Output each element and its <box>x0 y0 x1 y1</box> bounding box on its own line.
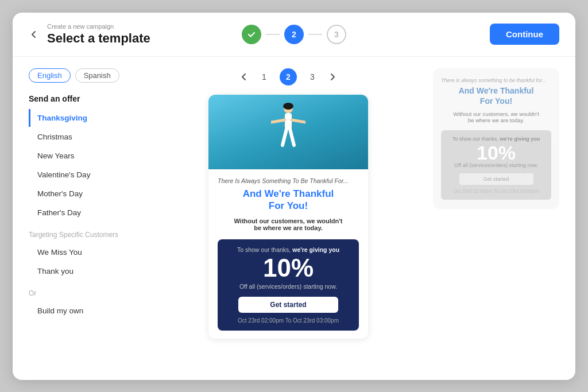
offer-get-started-button[interactable]: Get started <box>238 297 338 313</box>
preview-date: Oct 23rd 02:00pm To Oct 23rd 03:00pm <box>447 188 546 194</box>
preview-offer-block: To show our thanks, we're giving you 10%… <box>441 130 551 200</box>
nav-item-thanksgiving[interactable]: Thanksgiving <box>29 109 144 127</box>
step-1 <box>242 25 261 44</box>
offer-intro: To show our thanks, we're giving you <box>226 246 351 253</box>
preview-offer-bold: we're giving you <box>500 136 540 142</box>
nav-item-mothers[interactable]: Mother's Day <box>29 185 144 203</box>
template-headline: And We're ThankfulFor You! <box>218 188 359 212</box>
svg-line-6 <box>290 129 294 145</box>
lang-tab-spanish[interactable]: Spanish <box>75 68 119 83</box>
template-subtitle: There Is Always Something To Be Thankful… <box>218 177 359 184</box>
step-connector-2 <box>308 34 322 35</box>
nav-item-christmas[interactable]: Christmas <box>29 128 144 146</box>
offer-block: To show our thanks, we're giving you 10%… <box>218 239 359 331</box>
lang-tab-english[interactable]: English <box>29 68 71 83</box>
offer-desc: Off all (services/orders) starting now. <box>226 283 351 290</box>
step-2: 2 <box>284 25 304 44</box>
preview-percent: 10% <box>447 143 546 162</box>
svg-rect-2 <box>285 113 292 129</box>
center-content: 1 2 3 <box>155 68 421 368</box>
step-3: 3 <box>327 25 346 44</box>
or-label: Or <box>29 289 144 297</box>
back-button[interactable] <box>29 29 39 40</box>
preview-desc: Without our customers, we wouldn'tbe whe… <box>441 111 551 123</box>
pagination: 1 2 3 <box>239 68 337 86</box>
next-page-button[interactable] <box>328 72 337 81</box>
preview-offer-desc: Off all (services/orders) starting now. <box>447 162 546 168</box>
offer-percent: 10% <box>226 255 351 281</box>
nav-item-build-my-own[interactable]: Build my own <box>29 302 144 320</box>
offer-intro-bold: we're giving you <box>292 246 339 253</box>
template-card[interactable]: There Is Always Something To Be Thankful… <box>208 95 368 339</box>
preview-get-started-button: Get started <box>459 173 533 185</box>
template-desc: Without our customers, we wouldn'tbe whe… <box>218 218 359 231</box>
nav-item-we-miss-you[interactable]: We Miss You <box>29 243 144 261</box>
sidebar: English Spanish Send an offer Thanksgivi… <box>29 68 144 368</box>
body-area: English Spanish Send an offer Thanksgivi… <box>13 57 575 380</box>
template-image <box>208 95 368 169</box>
lang-tabs: English Spanish <box>29 68 144 83</box>
header-title-block: Create a new campaign Select a template <box>47 23 150 46</box>
nav-item-valentines[interactable]: Valentine's Day <box>29 166 144 184</box>
right-preview: There is always something to be thankful… <box>433 68 559 368</box>
section-label: Send an offer <box>29 94 144 103</box>
swimmer-icon <box>271 100 305 164</box>
stepper: 2 3 <box>242 25 346 44</box>
step-connector-1 <box>266 34 280 35</box>
create-label: Create a new campaign <box>47 23 150 30</box>
page-3[interactable]: 3 <box>304 68 321 86</box>
page-title: Select a template <box>47 31 150 46</box>
continue-button[interactable]: Continue <box>490 24 559 45</box>
preview-card: There is always something to be thankful… <box>433 68 559 209</box>
offer-date: Oct 23rd 02:00pm To Oct 23rd 03:00pm <box>226 317 351 324</box>
main-card: Create a new campaign Select a template … <box>13 13 575 380</box>
nav-item-fathers[interactable]: Father's Day <box>29 204 144 222</box>
header: Create a new campaign Select a template … <box>13 13 575 57</box>
template-body: There Is Always Something To Be Thankful… <box>208 169 368 339</box>
svg-line-5 <box>283 129 287 145</box>
preview-headline: And We're ThankfulFor You! <box>441 86 551 106</box>
targeting-label: Targeting Specific Customers <box>29 231 144 239</box>
preview-offer-intro: To show our thanks, we're giving you <box>447 136 546 142</box>
nav-item-new-years[interactable]: New Years <box>29 147 144 165</box>
nav-item-thank-you[interactable]: Thank you <box>29 262 144 280</box>
svg-line-3 <box>271 120 285 122</box>
preview-subtitle: There is always something to be thankful… <box>441 77 551 83</box>
prev-page-button[interactable] <box>239 72 249 81</box>
page-1[interactable]: 1 <box>256 68 273 86</box>
svg-point-1 <box>283 103 293 110</box>
svg-line-4 <box>292 120 305 122</box>
page-2-active[interactable]: 2 <box>280 68 297 86</box>
